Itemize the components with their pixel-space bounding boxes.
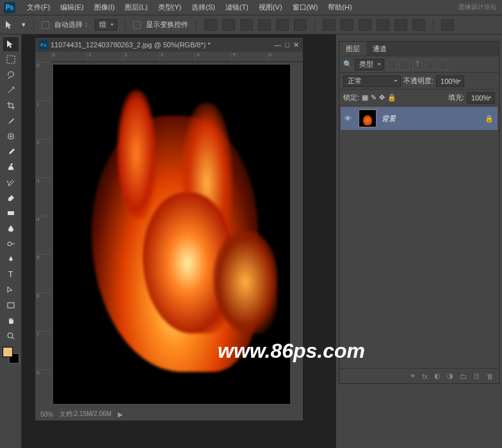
canvas-area: Ps 11074431_122403780263_2.jpg @ 50%(RGB… — [22, 35, 336, 448]
move-tool[interactable] — [3, 37, 19, 51]
svg-point-3 — [8, 242, 12, 246]
type-tool[interactable]: T — [3, 268, 19, 282]
layer-row-background[interactable]: 👁 背景 🔒 — [341, 107, 498, 130]
forum-watermark: 思缘设计论坛 — [458, 3, 497, 12]
menu-file[interactable]: 文件(F) — [22, 3, 55, 12]
foreground-color-swatch[interactable] — [3, 347, 13, 357]
layer-style-icon[interactable]: fx — [422, 372, 428, 380]
tab-channels[interactable]: 通道 — [366, 42, 393, 56]
filter-adjust-icon[interactable] — [400, 60, 410, 70]
pen-tool[interactable] — [3, 252, 19, 266]
close-icon[interactable]: ✕ — [293, 41, 299, 49]
clone-stamp-tool[interactable] — [3, 160, 19, 174]
document-tab[interactable]: Ps 11074431_122403780263_2.jpg @ 50%(RGB… — [35, 38, 303, 52]
layer-mask-icon[interactable]: ◐ — [434, 372, 441, 380]
zoom-tool[interactable] — [3, 329, 19, 343]
auto-select-dropdown[interactable]: 组 — [95, 19, 117, 31]
distribute-top-icon[interactable] — [323, 19, 336, 31]
new-layer-icon[interactable]: 🗋 — [473, 372, 480, 380]
distribute-left-icon[interactable] — [376, 19, 389, 31]
eraser-tool[interactable] — [3, 191, 19, 205]
menu-select[interactable]: 选择(S) — [186, 3, 220, 12]
delete-layer-icon[interactable]: 🗑 — [487, 372, 494, 380]
info-arrow-icon[interactable]: ▶ — [118, 411, 123, 418]
filter-smart-icon[interactable] — [438, 60, 448, 70]
layers-empty-area[interactable] — [339, 131, 499, 368]
zoom-level[interactable]: 50% — [40, 411, 53, 418]
align-left-icon[interactable] — [258, 19, 271, 31]
layer-thumbnail[interactable] — [359, 109, 376, 127]
lock-icon: 🔒 — [485, 115, 494, 123]
ruler-tick: 0 — [51, 52, 86, 61]
separator — [433, 19, 433, 31]
adjustment-icon[interactable]: ◑ — [447, 372, 453, 380]
align-vcenter-icon[interactable] — [222, 19, 235, 31]
fill-input[interactable]: 100% — [467, 92, 495, 104]
menu-image[interactable]: 图像(I) — [89, 3, 120, 12]
healing-brush-tool[interactable] — [3, 129, 19, 143]
distribute-bottom-icon[interactable] — [359, 19, 371, 31]
filter-pixel-icon[interactable] — [387, 60, 397, 70]
magic-wand-tool[interactable] — [3, 83, 19, 97]
group-icon[interactable]: 🗀 — [460, 372, 467, 380]
ruler-tick: 3 — [159, 52, 195, 61]
filter-type-dropdown[interactable]: 类型 — [355, 59, 384, 70]
minimize-icon[interactable]: — — [274, 41, 281, 49]
distribute-vcenter-icon[interactable] — [341, 19, 353, 31]
crop-tool[interactable] — [3, 99, 19, 113]
align-top-icon[interactable] — [204, 19, 217, 31]
blend-mode-dropdown[interactable]: 正常 — [343, 76, 401, 87]
auto-select-label: 自动选择： — [54, 20, 90, 29]
move-tool-icon — [5, 20, 17, 29]
ruler-horizontal: 0123456 — [51, 52, 303, 62]
fill-label: 填充: — [448, 93, 464, 102]
maximize-icon[interactable]: □ — [285, 41, 289, 49]
lock-position-icon[interactable]: ✥ — [379, 93, 385, 102]
dodge-tool[interactable] — [3, 237, 19, 251]
rectangle-tool[interactable] — [3, 298, 19, 312]
toolbox: T — [0, 35, 22, 448]
lock-transparent-icon[interactable]: ▦ — [362, 93, 368, 102]
align-right-icon[interactable] — [294, 19, 307, 31]
search-icon: 🔍 — [343, 60, 352, 68]
layer-name[interactable]: 背景 — [382, 114, 396, 124]
menu-view[interactable]: 视图(V) — [254, 3, 287, 12]
lock-all-icon[interactable]: 🔒 — [387, 93, 396, 102]
path-selection-tool[interactable] — [3, 283, 19, 297]
menu-filter[interactable]: 滤镜(T) — [220, 3, 254, 12]
distribute-hcenter-icon[interactable] — [394, 19, 407, 31]
color-swatches[interactable] — [3, 347, 19, 364]
filter-type-icon[interactable]: T — [412, 60, 423, 70]
show-transform-checkbox[interactable] — [133, 21, 141, 29]
ruler-tick: 0 — [35, 62, 51, 100]
ruler-tick: 1 — [86, 52, 122, 61]
menu-edit[interactable]: 编辑(E) — [55, 3, 89, 12]
history-brush-tool[interactable] — [3, 175, 19, 189]
brush-tool[interactable] — [3, 145, 19, 159]
link-layers-icon[interactable]: ⚭ — [410, 372, 416, 380]
marquee-tool[interactable] — [3, 52, 19, 67]
lasso-tool[interactable] — [3, 68, 19, 82]
svg-point-6 — [8, 333, 13, 338]
align-hcenter-icon[interactable] — [276, 19, 289, 31]
menu-bar: Ps 文件(F) 编辑(E) 图像(I) 图层(L) 类型(Y) 选择(S) 滤… — [0, 0, 502, 15]
hand-tool[interactable] — [3, 314, 19, 328]
auto-select-checkbox[interactable] — [42, 21, 49, 29]
eyedropper-tool[interactable] — [3, 114, 19, 128]
distribute-right-icon[interactable] — [412, 19, 425, 31]
dropdown-arrow-icon[interactable]: ▾ — [22, 20, 26, 29]
align-bottom-icon[interactable] — [240, 19, 253, 31]
menu-help[interactable]: 帮助(H) — [323, 3, 357, 12]
opacity-input[interactable]: 100% — [436, 76, 464, 87]
visibility-icon[interactable]: 👁 — [344, 115, 353, 122]
menu-window[interactable]: 窗口(W) — [287, 3, 323, 12]
blend-row: 正常 不透明度: 100% — [339, 72, 499, 89]
filter-shape-icon[interactable] — [425, 60, 435, 70]
menu-layer[interactable]: 图层(L) — [120, 3, 152, 12]
gradient-tool[interactable] — [3, 206, 19, 220]
menu-type[interactable]: 类型(Y) — [153, 3, 187, 12]
tab-layers[interactable]: 图层 — [339, 42, 366, 56]
auto-align-icon[interactable] — [441, 19, 454, 31]
blur-tool[interactable] — [3, 221, 19, 236]
lock-pixels-icon[interactable]: ✎ — [371, 93, 376, 102]
